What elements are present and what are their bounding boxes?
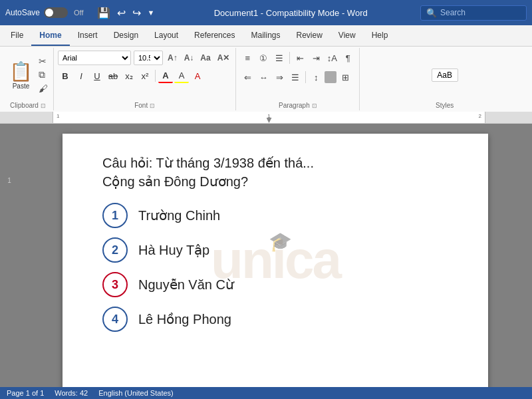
align-right-button[interactable]: ⇒ [272,70,287,84]
answer-text-3: Nguyễn Văn Cừ [138,277,234,293]
tab-view[interactable]: View [331,25,364,46]
text-color-button[interactable]: A [190,68,205,83]
copy-icon[interactable]: ⧉ [37,68,49,81]
font-content: Arial 10.5 A↑ A↓ Aa A✕ B I U ab x₂ x² A … [58,49,231,100]
list-row: ≡ ① ☰ ⇤ ⇥ ↕A ¶ [240,51,355,65]
clipboard-content: 📋 Paste ✂ ⧉ 🖌 [7,49,49,100]
subscript-button[interactable]: x₂ [122,68,136,83]
clipboard-group: 📋 Paste ✂ ⧉ 🖌 Clipboard ⊡ [3,48,54,110]
justify-button[interactable]: ☰ [288,70,303,84]
numbered-list-button[interactable]: ① [256,51,271,65]
multilevel-list-button[interactable]: ☰ [272,51,287,65]
styles-group: AaB Styles [360,48,529,110]
answer-text-1: Trường Chinh [138,207,220,223]
line-spacing-button[interactable]: ↕ [309,70,323,84]
tab-file[interactable]: File [3,25,31,46]
italic-button[interactable]: I [74,68,88,83]
left-margin-numbers: 1 [0,124,19,387]
word-count: Words: 42 [55,389,88,397]
autosave-toggle[interactable] [44,7,68,18]
search-box[interactable]: 🔍 [420,5,527,21]
font-formatting-row: B I U ab x₂ x² A A A [58,68,205,83]
cut-icon[interactable]: ✂ [37,55,49,67]
ruler-right-margin [485,112,532,123]
tab-insert[interactable]: Insert [70,25,106,46]
doc-area: 1 unica 🎓 Câu hỏi: Từ tháng 3/1938 đến t… [0,124,532,387]
align-row: ⇐ ↔ ⇒ ☰ ↕ ⊞ [240,70,355,84]
clipboard-label: Clipboard ⊡ [7,102,49,109]
align-left-button[interactable]: ⇐ [240,70,255,84]
paste-button[interactable]: 📋 Paste [7,59,35,91]
doc-scroll[interactable]: unica 🎓 Câu hỏi: Từ tháng 3/1938 đến thá… [19,124,532,387]
undo-icon[interactable]: ↩ [117,7,126,19]
font-group: Arial 10.5 A↑ A↓ Aa A✕ B I U ab x₂ x² A … [54,48,236,110]
para-divider2 [305,71,306,83]
shading-button[interactable] [325,71,336,83]
style-normal[interactable]: AaB [432,68,458,82]
answer-item-1: 1 Trường Chinh [102,203,455,228]
tab-help[interactable]: Help [364,25,396,46]
tab-home[interactable]: Home [31,25,69,46]
toolbar: 📋 Paste ✂ ⧉ 🖌 Clipboard ⊡ Arial 10.5 [0,47,532,112]
highlight-button[interactable]: A [174,68,189,83]
answer-item-4: 4 Lê Hồng Phong [102,307,455,332]
font-color-button[interactable]: A [158,68,173,83]
font-label: Font ⊡ [58,102,231,109]
align-center-button[interactable]: ↔ [256,70,271,84]
ruler-left-margin [0,112,53,123]
ruler-mark-1: 1 [57,113,59,119]
page-info: Page 1 of 1 [7,389,44,397]
ruler-content: 1 1 2 [53,112,485,123]
font-divider [155,70,156,82]
bullet-list-button[interactable]: ≡ [240,51,255,65]
autosave-knob [45,9,53,17]
underline-button[interactable]: U [90,68,104,83]
font-grow-button[interactable]: A↑ [166,53,180,63]
font-case-button[interactable]: Aa [198,53,212,63]
strikethrough-button[interactable]: ab [106,68,120,83]
save-icon[interactable]: 💾 [97,7,110,19]
tab-review[interactable]: Review [288,25,330,46]
ruler-mark-center: 1 [267,113,270,119]
answer-circle-4: 4 [102,307,128,332]
superscript-button[interactable]: x² [138,68,152,83]
border-button[interactable]: ⊞ [338,70,352,84]
font-size-select[interactable]: 10.5 [134,51,163,65]
status-bar: Page 1 of 1 Words: 42 English (United St… [0,387,532,399]
paste-icon: 📋 [9,61,33,82]
ruler-mark-2: 2 [479,113,481,119]
search-input[interactable] [440,8,513,17]
answer-text-2: Hà Huy Tập [138,242,209,258]
tab-layout[interactable]: Layout [146,25,186,46]
para-divider1 [289,52,290,64]
page-number-1: 1 [7,177,11,184]
show-marks-button[interactable]: ¶ [340,51,355,65]
paragraph-expander[interactable]: ⊡ [312,102,317,109]
tab-design[interactable]: Design [106,25,146,46]
decrease-indent-button[interactable]: ⇤ [293,51,307,65]
redo-icon[interactable]: ↪ [132,7,141,19]
answer-circle-1: 1 [102,203,128,228]
answer-circle-2: 2 [102,237,128,263]
format-painter-icon[interactable]: 🖌 [37,82,49,94]
autosave-label: AutoSave [5,8,40,17]
sort-button[interactable]: ↕A [325,51,339,65]
paragraph-label: Paragraph ⊡ [240,102,355,109]
increase-indent-button[interactable]: ⇥ [309,51,323,65]
tab-references[interactable]: References [186,25,243,46]
clipboard-expander[interactable]: ⊡ [41,102,46,109]
title-bar-icons: 💾 ↩ ↪ ▼ [97,7,155,19]
font-expander[interactable]: ⊡ [150,102,155,109]
customize-icon[interactable]: ▼ [148,9,155,17]
answer-item-2: 2 Hà Huy Tập [102,237,455,263]
bold-button[interactable]: B [58,68,72,83]
answer-item-3: 3 Nguyễn Văn Cừ [102,272,455,297]
font-shrink-button[interactable]: A↓ [182,53,196,63]
font-name-select[interactable]: Arial [58,51,131,65]
answer-list: 1 Trường Chinh 2 Hà Huy Tập 3 Nguyễn Văn… [102,203,455,332]
clear-format-button[interactable]: A✕ [215,53,232,63]
font-name-row: Arial 10.5 A↑ A↓ Aa A✕ [58,51,231,65]
doc-title: Document1 - Compatibility Mode - Word [161,8,420,18]
tab-mailings[interactable]: Mailings [243,25,288,46]
answer-circle-3: 3 [102,272,128,297]
